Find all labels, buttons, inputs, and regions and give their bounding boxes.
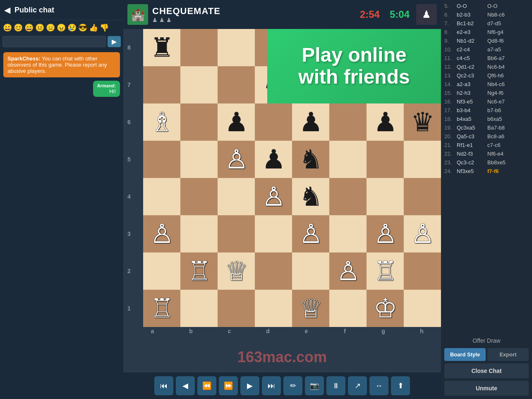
move-white[interactable]: Qd1-c2 xyxy=(457,64,486,70)
chess-cell[interactable] xyxy=(180,29,218,66)
move-black[interactable]: Nf6-g4 xyxy=(487,29,517,35)
chess-cell[interactable] xyxy=(255,290,292,327)
move-row[interactable]: 22.Nd2-f3Nf6-e4 xyxy=(441,149,532,158)
chess-cell[interactable]: ♟ xyxy=(218,103,255,141)
move-black[interactable]: Nb8-c6 xyxy=(487,12,517,18)
emoji-button[interactable]: 😄 xyxy=(24,23,34,33)
move-black[interactable]: Bb6-a7 xyxy=(487,55,517,61)
forward-button[interactable]: ⏩ xyxy=(219,376,238,395)
move-black[interactable]: b6xa5 xyxy=(487,116,517,122)
chess-cell[interactable] xyxy=(292,252,329,290)
chess-cell[interactable]: ♙ xyxy=(143,215,180,252)
camera-button[interactable]: 📷 xyxy=(305,376,324,395)
chess-cell[interactable] xyxy=(143,252,180,290)
move-row[interactable]: 8.e2-e3Nf6-g4 xyxy=(441,28,532,36)
chess-cell[interactable]: ♙ xyxy=(255,178,292,215)
move-row[interactable]: 20.Qa5-c3Bc8-a6 xyxy=(441,132,532,141)
move-row[interactable]: 13.Qc2-c3Qf6-h6 xyxy=(441,71,532,80)
move-row[interactable]: 7.Bc1-b2d7-d5 xyxy=(441,19,532,28)
move-black[interactable]: Nf6-e4 xyxy=(487,151,517,157)
chess-cell[interactable] xyxy=(255,252,292,290)
chess-cell[interactable] xyxy=(218,178,255,215)
move-row[interactable]: 11.c4-c5Bb6-a7 xyxy=(441,54,532,62)
emoji-button[interactable]: 😠 xyxy=(56,23,66,33)
back-button[interactable]: ◀ xyxy=(4,5,10,15)
flag-button[interactable]: ⬆ xyxy=(391,376,410,395)
chess-cell[interactable] xyxy=(180,103,218,141)
chess-cell[interactable] xyxy=(367,141,404,178)
move-black[interactable]: f7-f6 xyxy=(487,168,517,174)
move-row[interactable]: 9.Nb1-d2Qd8-f6 xyxy=(441,36,532,45)
move-black[interactable]: Qf6-h6 xyxy=(487,72,517,79)
move-black[interactable]: Ba7-b8 xyxy=(487,125,517,131)
chess-cell[interactable] xyxy=(404,141,441,178)
emoji-button[interactable]: 😐 xyxy=(35,23,45,33)
chess-cell[interactable] xyxy=(180,141,218,178)
chess-cell[interactable] xyxy=(218,66,255,103)
chess-cell[interactable] xyxy=(218,290,255,327)
chess-cell[interactable] xyxy=(404,252,441,290)
move-row[interactable]: 6.b2-b3Nb8-c6 xyxy=(441,10,532,19)
chess-cell[interactable]: ♞ xyxy=(292,141,329,178)
export-tab[interactable]: Export xyxy=(487,348,529,361)
move-white[interactable]: Nf3xe5 xyxy=(457,168,486,174)
emoji-button[interactable]: 😢 xyxy=(67,23,77,33)
move-white[interactable]: b2-b3 xyxy=(457,12,486,18)
move-black[interactable]: Nc6-b4 xyxy=(487,64,517,70)
pause-button[interactable]: ⏸ xyxy=(326,376,345,395)
chess-cell[interactable]: ♕ xyxy=(292,290,329,327)
chess-cell[interactable]: ♙ xyxy=(404,215,441,252)
move-white[interactable]: Qc3xa5 xyxy=(457,125,486,131)
chess-cell[interactable]: ♖ xyxy=(180,252,218,290)
move-white[interactable]: Nf3-e5 xyxy=(457,99,486,105)
move-white[interactable]: Nd2-f3 xyxy=(457,151,486,157)
chess-cell[interactable]: ♖ xyxy=(367,252,404,290)
move-row[interactable]: 21.Rf1-e1c7-c6 xyxy=(441,141,532,149)
move-row[interactable]: 18.b4xa5b6xa5 xyxy=(441,115,532,123)
move-black[interactable]: Qd8-f6 xyxy=(487,38,517,44)
chess-cell[interactable] xyxy=(404,290,441,327)
move-row[interactable]: 10.c2-c4a7-a5 xyxy=(441,45,532,54)
move-row[interactable]: 15.h2-h3Ng4-f6 xyxy=(441,89,532,97)
move-black[interactable]: O-O xyxy=(487,3,517,9)
chess-cell[interactable]: ♟ xyxy=(292,103,329,141)
move-black[interactable]: b7-b6 xyxy=(487,107,517,113)
next-move-button[interactable]: ▶ xyxy=(240,376,259,395)
move-black[interactable]: Bc8-a6 xyxy=(487,133,517,139)
chess-cell[interactable]: ♖ xyxy=(143,290,180,327)
move-black[interactable]: c7-c6 xyxy=(487,142,517,148)
chess-cell[interactable]: ♙ xyxy=(292,215,329,252)
chess-cell[interactable] xyxy=(255,215,292,252)
board-style-tab[interactable]: Board Style xyxy=(444,348,486,361)
chess-cell[interactable] xyxy=(329,290,367,327)
move-white[interactable]: e2-e3 xyxy=(457,29,486,35)
share-button[interactable]: ↗ xyxy=(348,376,367,395)
move-white[interactable]: b3-b4 xyxy=(457,107,486,113)
move-black[interactable]: Bb8xe5 xyxy=(487,159,517,166)
move-black[interactable]: Nb4-c6 xyxy=(487,81,517,87)
chess-cell[interactable] xyxy=(255,103,292,141)
unmute-button[interactable]: Unmute xyxy=(444,381,529,396)
emoji-button[interactable]: 😑 xyxy=(46,23,55,33)
chess-cell[interactable] xyxy=(329,103,367,141)
move-row[interactable]: 23.Qc3-c2Bb8xe5 xyxy=(441,158,532,167)
move-row[interactable]: 16.Nf3-e5Nc6-e7 xyxy=(441,97,532,106)
chess-cell[interactable]: ♕ xyxy=(218,252,255,290)
move-white[interactable]: Qa5-c3 xyxy=(457,133,486,139)
chess-cell[interactable] xyxy=(218,29,255,66)
move-black[interactable]: Ng4-f6 xyxy=(487,90,517,96)
chess-cell[interactable]: ♙ xyxy=(329,252,367,290)
move-row[interactable]: 24.Nf3xe5f7-f6 xyxy=(441,167,532,175)
chess-cell[interactable] xyxy=(329,141,367,178)
prev-move-button[interactable]: ◀ xyxy=(176,376,195,395)
close-chat-button[interactable]: Close Chat xyxy=(444,363,529,378)
move-row[interactable]: 12.Qd1-c2Nc6-b4 xyxy=(441,62,532,71)
chess-cell[interactable] xyxy=(404,178,441,215)
chess-cell[interactable] xyxy=(143,141,180,178)
emoji-button[interactable]: 😀 xyxy=(2,23,12,33)
move-white[interactable]: a2-a3 xyxy=(457,81,486,87)
move-white[interactable]: Qc3-c2 xyxy=(457,159,486,166)
chess-cell[interactable] xyxy=(143,66,180,103)
move-row[interactable]: 19.Qc3xa5Ba7-b8 xyxy=(441,123,532,132)
chess-cell[interactable]: ♛ xyxy=(404,103,441,141)
